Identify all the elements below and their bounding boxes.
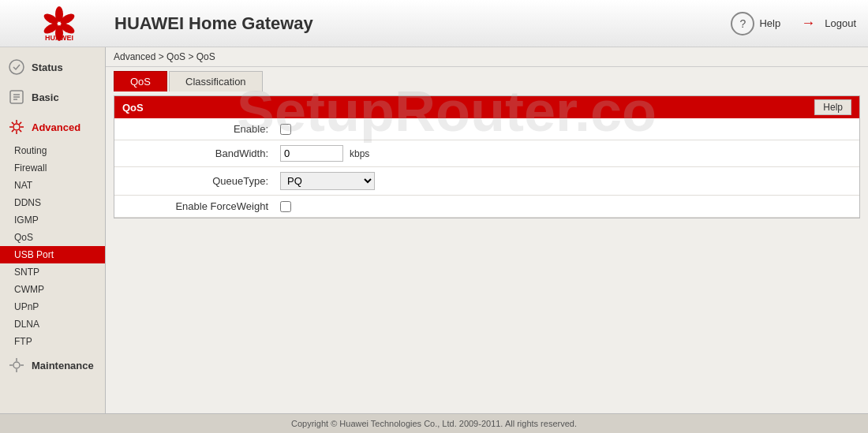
svg-line-20 <box>12 129 14 132</box>
tab-qos[interactable]: QoS <box>114 71 167 91</box>
help-button[interactable]: ? Help <box>731 12 780 35</box>
footer-text: Copyright © Huawei Technologies Co., Ltd… <box>291 419 577 428</box>
breadcrumb: Advanced > QoS > QoS <box>106 47 868 67</box>
panel-title: QoS <box>122 102 144 114</box>
sidebar-item-advanced[interactable]: Advanced <box>0 112 105 142</box>
control-forceweight <box>280 201 291 212</box>
logout-button[interactable]: → Logout <box>796 12 856 35</box>
label-forceweight: Enable ForceWeight <box>122 200 280 212</box>
sidebar-label-advanced: Advanced <box>32 121 80 133</box>
logout-icon: → <box>796 12 820 35</box>
select-queuetype[interactable]: PQ WFQ SP <box>280 172 375 190</box>
checkbox-enable[interactable] <box>280 124 291 135</box>
form-row-queuetype: QueueType: PQ WFQ SP <box>114 167 859 196</box>
sidebar-item-usbport[interactable]: USB Port <box>0 246 105 263</box>
sidebar-item-routing[interactable]: Routing <box>0 142 105 159</box>
huawei-logo: HUAWEI <box>28 4 91 43</box>
basic-icon <box>8 88 25 106</box>
breadcrumb-text: Advanced > QoS > QoS <box>114 51 215 62</box>
logout-label: Logout <box>825 17 856 29</box>
sidebar-section-main: Status Basic <box>0 47 105 385</box>
checkbox-forceweight[interactable] <box>280 201 291 212</box>
sidebar-item-firewall[interactable]: Firewall <box>0 159 105 177</box>
header-title: HUAWEI Home Gateway <box>107 13 731 34</box>
label-enable: Enable: <box>122 123 280 135</box>
sidebar-item-qos[interactable]: QoS <box>0 229 105 246</box>
label-bandwidth: BandWidth: <box>122 147 280 159</box>
main-content: Advanced > QoS > QoS QoS Classification … <box>106 47 868 433</box>
tabs: QoS Classification <box>106 67 868 91</box>
layout: Status Basic <box>0 47 868 433</box>
control-enable <box>280 124 291 135</box>
sidebar-item-ddns[interactable]: DDNS <box>0 194 105 211</box>
svg-text:HUAWEI: HUAWEI <box>45 34 73 42</box>
content-header: QoS Help <box>114 96 859 118</box>
form-row-forceweight: Enable ForceWeight <box>114 196 859 218</box>
control-queuetype: PQ WFQ SP <box>280 172 375 190</box>
content-help-button[interactable]: Help <box>814 99 851 115</box>
logo-area: HUAWEI <box>12 4 107 43</box>
svg-point-12 <box>13 124 20 130</box>
header-actions: ? Help → Logout <box>731 12 856 35</box>
advanced-icon <box>8 118 25 136</box>
sidebar-item-cwmp[interactable]: CWMP <box>0 281 105 298</box>
bandwidth-unit: kbps <box>350 148 369 159</box>
sidebar-label-status: Status <box>32 62 63 73</box>
sidebar-item-basic[interactable]: Basic <box>0 82 105 112</box>
header: HUAWEI HUAWEI Home Gateway ? Help → Logo… <box>0 0 868 47</box>
form-row-enable: Enable: <box>114 118 859 140</box>
sidebar-item-igmp[interactable]: IGMP <box>0 211 105 229</box>
svg-point-7 <box>9 60 24 74</box>
svg-line-17 <box>12 122 14 125</box>
sidebar-item-status[interactable]: Status <box>0 52 105 82</box>
help-icon: ? <box>731 12 754 35</box>
input-bandwidth[interactable] <box>280 145 343 162</box>
help-label: Help <box>759 17 780 29</box>
maintenance-icon <box>8 356 25 374</box>
sidebar: Status Basic <box>0 47 106 433</box>
sidebar-item-ftp[interactable]: FTP <box>0 333 105 350</box>
sidebar-item-dlna[interactable]: DLNA <box>0 315 105 333</box>
content-panel: QoS Help Enable: BandWidth: kbps Q <box>114 95 860 218</box>
sidebar-label-basic: Basic <box>32 91 59 103</box>
sidebar-label-maintenance: Maintenance <box>32 360 94 371</box>
footer: Copyright © Huawei Technologies Co., Ltd… <box>0 413 868 433</box>
sidebar-item-nat[interactable]: NAT <box>0 177 105 194</box>
tab-classification[interactable]: Classification <box>169 71 263 91</box>
status-icon <box>8 58 25 76</box>
sidebar-item-sntp[interactable]: SNTP <box>0 263 105 281</box>
sidebar-item-upnp[interactable]: UPnP <box>0 298 105 315</box>
svg-line-19 <box>19 122 21 125</box>
control-bandwidth: kbps <box>280 145 369 162</box>
form-row-bandwidth: BandWidth: kbps <box>114 140 859 167</box>
sidebar-item-maintenance[interactable]: Maintenance <box>0 350 105 380</box>
svg-line-18 <box>19 129 21 132</box>
svg-point-21 <box>13 362 20 368</box>
label-queuetype: QueueType: <box>122 175 280 187</box>
